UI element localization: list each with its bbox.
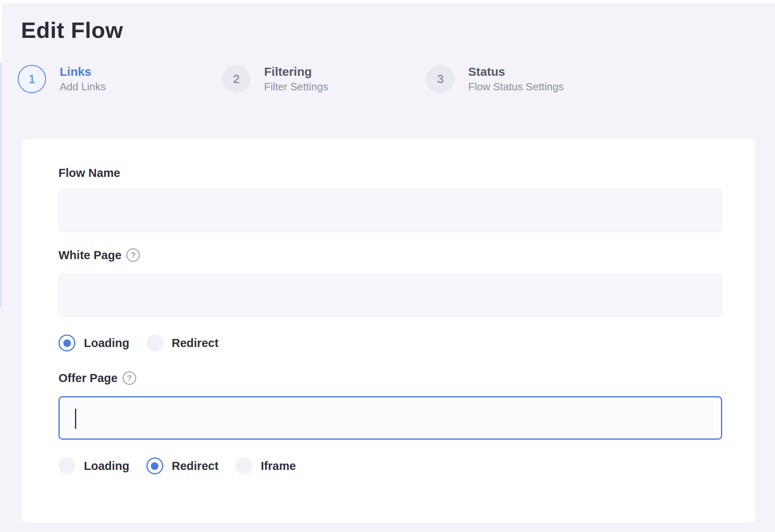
radio-label-offer-page-iframe: Iframe bbox=[261, 459, 296, 473]
stepper-step-status[interactable]: 3 Status Flow Status Settings bbox=[426, 64, 564, 94]
question-mark-circle-icon[interactable]: ? bbox=[123, 371, 136, 385]
white-page-label: White Page bbox=[58, 249, 121, 262]
step-number-badge-1: 1 bbox=[18, 65, 46, 93]
step-subtitle-filtering: Filter Settings bbox=[264, 80, 328, 94]
white-page-input[interactable] bbox=[58, 273, 722, 317]
step-title-links: Links bbox=[60, 64, 106, 79]
step-title-status: Status bbox=[468, 64, 564, 79]
step-text-status: Status Flow Status Settings bbox=[468, 64, 564, 94]
step-number-1: 1 bbox=[29, 72, 35, 86]
radio-label-offer-page-loading: Loading bbox=[84, 459, 129, 473]
flow-name-label-row: Flow Name bbox=[58, 166, 120, 180]
page-title: Edit Flow bbox=[21, 17, 123, 43]
radio-offer-page-iframe[interactable] bbox=[235, 457, 252, 474]
radio-dot-icon bbox=[63, 339, 71, 347]
offer-page-label-row: Offer Page ? bbox=[58, 371, 136, 385]
step-text-filtering: Filtering Filter Settings bbox=[264, 64, 328, 94]
step-number-3: 3 bbox=[437, 72, 444, 86]
radio-label-white-page-loading: Loading bbox=[84, 337, 129, 350]
stepper-step-filtering[interactable]: 2 Filtering Filter Settings bbox=[222, 64, 328, 94]
white-page-label-row: White Page ? bbox=[58, 248, 140, 262]
radio-white-page-redirect[interactable] bbox=[146, 335, 163, 351]
step-subtitle-links: Add Links bbox=[60, 80, 106, 94]
step-subtitle-status: Flow Status Settings bbox=[468, 80, 564, 94]
edit-flow-form-card: Flow Name White Page ? Loading Redirect … bbox=[22, 139, 755, 523]
top-edge-strip bbox=[0, 0, 775, 3]
radio-offer-page-loading[interactable] bbox=[58, 457, 75, 474]
step-number-badge-3: 3 bbox=[426, 65, 454, 93]
stepper-step-links[interactable]: 1 Links Add Links bbox=[18, 64, 106, 94]
step-number-2: 2 bbox=[233, 72, 240, 86]
question-mark-circle-icon[interactable]: ? bbox=[126, 248, 140, 262]
offer-page-input[interactable] bbox=[58, 396, 722, 440]
left-edge-scrollbar-strip bbox=[0, 62, 2, 308]
step-number-badge-2: 2 bbox=[222, 65, 250, 93]
offer-page-label: Offer Page bbox=[58, 372, 118, 385]
radio-dot-icon bbox=[151, 462, 158, 470]
radio-label-offer-page-redirect: Redirect bbox=[172, 459, 219, 473]
flow-name-label: Flow Name bbox=[58, 166, 120, 180]
step-text-links: Links Add Links bbox=[60, 64, 106, 94]
left-edge-strip-white bbox=[0, 3, 2, 62]
radio-white-page-loading[interactable] bbox=[58, 335, 75, 351]
text-cursor bbox=[75, 409, 76, 429]
radio-offer-page-redirect[interactable] bbox=[146, 457, 163, 474]
white-page-mode-radio-group: Loading Redirect bbox=[58, 334, 235, 352]
radio-label-white-page-redirect: Redirect bbox=[172, 337, 219, 350]
step-title-filtering: Filtering bbox=[264, 64, 328, 79]
offer-page-mode-radio-group: Loading Redirect Iframe bbox=[58, 457, 313, 475]
flow-name-input[interactable] bbox=[58, 189, 722, 232]
